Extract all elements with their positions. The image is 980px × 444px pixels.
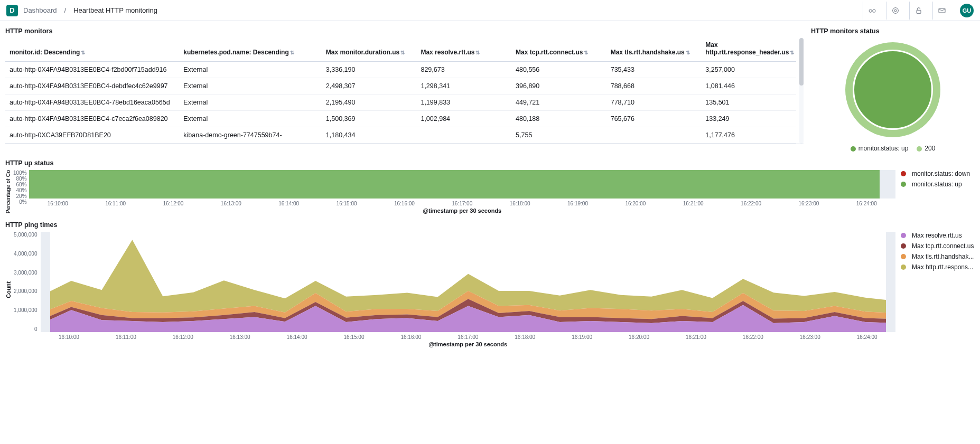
cell-tls: 735,433 (606, 62, 702, 78)
x-tick: 16:19:00 (554, 334, 611, 340)
svg-point-3 (894, 10, 897, 12)
http-monitors-title: HTTP monitors (5, 27, 804, 35)
sort-icon: ⇅ (290, 50, 294, 55)
x-tick: 16:15:00 (318, 201, 375, 206)
user-avatar[interactable]: GU (960, 4, 974, 17)
donut-chart: monitor.status: up200 (811, 38, 975, 152)
y-tick: 80% (13, 176, 27, 182)
cell-tls: 778,710 (606, 95, 702, 111)
lock-icon[interactable] (909, 2, 927, 20)
legend-item[interactable]: 200 (917, 145, 935, 152)
legend-item[interactable]: monitor.status: up (851, 145, 909, 152)
y-tick: 60% (13, 182, 27, 187)
legend-item[interactable]: Max tls.rtt.handshak... (901, 253, 975, 260)
cell-http: 3,257,000 (701, 62, 796, 78)
sort-icon: ⇅ (584, 50, 588, 55)
donut-inner-ring[interactable] (853, 50, 933, 130)
svg-rect-5 (939, 8, 945, 13)
table-row[interactable]: auto-http-0X4FA94B0313EE0BC4-78ebd16eaca… (5, 95, 796, 111)
cell-dur: 2,498,307 (322, 78, 417, 95)
col-pod[interactable]: kubernetes.pod.name: Descending⇅ (179, 38, 321, 62)
sort-icon: ⇅ (400, 50, 405, 55)
monitors-table: monitor.id: Descending⇅ kubernetes.pod.n… (5, 38, 804, 144)
table-header-row: monitor.id: Descending⇅ kubernetes.pod.n… (5, 38, 796, 62)
y-tick: 5,000,000 (14, 232, 38, 238)
col-resolve[interactable]: Max resolve.rtt.us⇅ (416, 38, 511, 62)
legend-item[interactable]: Max http.rtt.respons... (901, 263, 975, 271)
cell-http: 1,081,446 (701, 78, 796, 95)
y-tick: 1,000,000 (14, 307, 38, 313)
x-tick: 16:16:00 (382, 334, 440, 340)
x-tick: 16:11:00 (87, 201, 144, 206)
x-tick: 16:21:00 (667, 334, 724, 340)
col-tls[interactable]: Max tls.rtt.handshake.us⇅ (606, 38, 702, 62)
col-duration[interactable]: Max monitor.duration.us⇅ (322, 38, 417, 62)
x-tick: 16:23:00 (780, 201, 837, 206)
cell-pod: External (179, 62, 321, 78)
cell-resolve (416, 127, 511, 144)
glasses-icon[interactable] (863, 2, 881, 20)
legend-item[interactable]: monitor.status: down (901, 170, 975, 177)
x-tick: 16:15:00 (325, 334, 382, 340)
x-tick: 16:18:00 (491, 201, 548, 206)
legend-item[interactable]: Max resolve.rtt.us (901, 232, 975, 239)
cell-resolve: 1,002,984 (416, 111, 511, 127)
col-http[interactable]: Max http.rtt.response_header.us⇅ (701, 38, 796, 62)
x-tick: 16:21:00 (665, 201, 722, 206)
top-bar: D Dashboard / Heartbeat HTTP monitoring … (0, 0, 980, 21)
table-row[interactable]: auto-http-0X4FA94B0313EE0BC4-f2bd00f715a… (5, 62, 796, 78)
x-tick: 16:12:00 (154, 334, 211, 340)
svg-point-0 (869, 10, 872, 12)
svg-rect-4 (917, 10, 921, 13)
breadcrumb-root[interactable]: Dashboard (23, 6, 57, 14)
col-monitor-id[interactable]: monitor.id: Descending⇅ (5, 38, 179, 62)
legend-item[interactable]: monitor.status: up (901, 181, 975, 188)
y-tick: 2,000,000 (14, 288, 38, 294)
svg-point-2 (892, 7, 898, 13)
y-tick: 3,000,000 (14, 270, 38, 276)
x-tick: 16:11:00 (97, 334, 154, 340)
http-up-title: HTTP up status (5, 159, 975, 167)
ping-x-title: @timestamp per 30 seconds (41, 341, 896, 347)
x-tick: 16:24:00 (838, 334, 895, 340)
x-tick: 16:14:00 (268, 334, 325, 340)
cell-pod: kibana-demo-green-7747559b74- (179, 127, 321, 144)
cell-tcp: 449,721 (511, 95, 606, 111)
cell-tls: 788,668 (606, 78, 702, 95)
sort-icon: ⇅ (686, 50, 690, 55)
target-icon[interactable] (886, 2, 904, 20)
y-tick: 0 (14, 326, 38, 332)
up-status-chart[interactable] (29, 170, 895, 199)
mail-icon[interactable] (932, 2, 950, 20)
table-row[interactable]: auto-http-0X4FA94B0313EE0BC4-c7eca2f6ea0… (5, 111, 796, 127)
table-row[interactable]: auto-http-0X4FA94B0313EE0BC4-debdfec4c62… (5, 78, 796, 95)
up-x-title: @timestamp per 30 seconds (29, 207, 895, 214)
cell-id: auto-http-0X4FA94B0313EE0BC4-f2bd00f715a… (5, 62, 179, 78)
col-tcp[interactable]: Max tcp.rtt.connect.us⇅ (511, 38, 606, 62)
sort-icon: ⇅ (790, 50, 794, 55)
x-tick: 16:17:00 (433, 201, 491, 206)
cell-resolve: 829,673 (416, 62, 511, 78)
cell-dur: 1,180,434 (322, 127, 417, 144)
cell-dur: 3,336,190 (322, 62, 417, 78)
legend-item[interactable]: Max tcp.rtt.connect.us (901, 242, 975, 250)
app-logo[interactable]: D (6, 5, 18, 16)
cell-dur: 1,500,369 (322, 111, 417, 127)
ping-area-chart[interactable] (41, 232, 896, 332)
x-tick: 16:23:00 (781, 334, 838, 340)
y-tick: 40% (13, 187, 27, 193)
x-tick: 16:13:00 (202, 201, 260, 206)
cell-http: 133,249 (701, 111, 796, 127)
breadcrumb-current: Heartbeat HTTP monitoring (73, 6, 157, 14)
cell-id: auto-http-0X4FA94B0313EE0BC4-c7eca2f6ea0… (5, 111, 179, 127)
x-tick: 16:24:00 (838, 201, 895, 206)
scrollbar-thumb[interactable] (799, 38, 804, 86)
svg-point-1 (872, 10, 875, 12)
x-tick: 16:16:00 (376, 201, 433, 206)
table-row[interactable]: auto-http-0XCA39EFB70D81BE20kibana-demo-… (5, 127, 796, 144)
cell-http: 135,501 (701, 95, 796, 111)
y-tick: 100% (13, 170, 27, 176)
cell-pod: External (179, 95, 321, 111)
ping-y-label: Count (5, 281, 12, 298)
cell-resolve: 1,199,833 (416, 95, 511, 111)
